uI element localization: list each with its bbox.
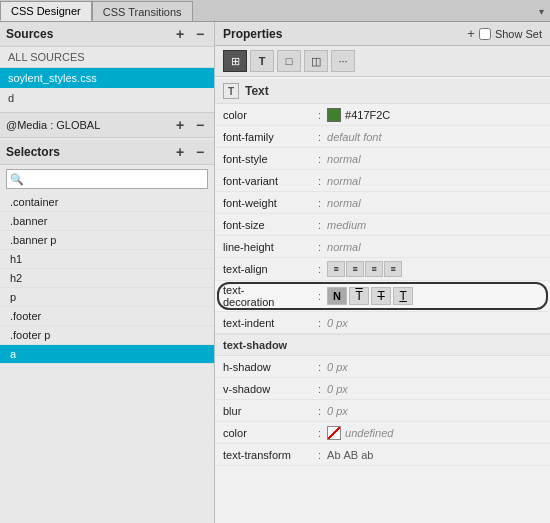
prop-type-icons: ⊞ T □ ◫ ··· <box>215 46 550 77</box>
prop-row-font-variant: font-variant : normal <box>215 170 550 192</box>
selectors-actions: + − <box>172 144 208 160</box>
selector-item-container[interactable]: .container <box>0 193 214 212</box>
text-decoration-controls: N T T T <box>327 287 413 305</box>
prop-name-h-shadow: h-shadow <box>223 361 318 373</box>
sources-add-button[interactable]: + <box>172 26 188 42</box>
prop-icon-border[interactable]: □ <box>277 50 301 72</box>
selector-search-box: 🔍 <box>6 169 208 189</box>
prop-name-blur: blur <box>223 405 318 417</box>
deco-none-button[interactable]: N <box>327 287 347 305</box>
selector-item-banner[interactable]: .banner <box>0 212 214 231</box>
all-sources-item[interactable]: ALL SOURCES <box>0 47 214 68</box>
text-shadow-header: text-shadow <box>215 334 550 356</box>
main-layout: Sources + − ALL SOURCES soylent_styles.c… <box>0 22 550 523</box>
prop-name-text-align: text-align <box>223 263 318 275</box>
prop-row-color: color : #417F2C <box>215 104 550 126</box>
text-transform-controls: Ab AB ab <box>327 449 373 461</box>
align-right-button[interactable]: ≡ <box>365 261 383 277</box>
prop-row-v-shadow: v-shadow : 0 px <box>215 378 550 400</box>
deco-overline-button[interactable]: T <box>349 287 369 305</box>
sources-remove-button[interactable]: − <box>192 26 208 42</box>
prop-name-font-family: font-family <box>223 131 318 143</box>
prop-name-v-shadow: v-shadow <box>223 383 318 395</box>
align-center-button[interactable]: ≡ <box>346 261 364 277</box>
tab-bar: CSS Designer CSS Transitions ▾ <box>0 0 550 22</box>
prop-name-font-style: font-style <box>223 153 318 165</box>
prop-row-font-size: font-size : medium <box>215 214 550 236</box>
media-actions: + − <box>172 117 208 133</box>
color-undefined-control: undefined <box>327 426 393 440</box>
source-item-soylent[interactable]: soylent_styles.css <box>0 68 214 88</box>
show-set-checkbox[interactable] <box>479 28 491 40</box>
deco-linethrough-button[interactable]: T <box>371 287 391 305</box>
prop-name-font-weight: font-weight <box>223 197 318 209</box>
selector-item-banner-p[interactable]: .banner p <box>0 231 214 250</box>
align-justify-button[interactable]: ≡ <box>384 261 402 277</box>
prop-name-font-variant: font-variant <box>223 175 318 187</box>
properties-add-button[interactable]: + <box>467 26 475 41</box>
text-section-icon: T <box>223 83 239 99</box>
prop-row-font-weight: font-weight : normal <box>215 192 550 214</box>
source-item-d[interactable]: d <box>0 88 214 108</box>
props-content: T Text color : #417F2C font-family : def… <box>215 77 550 523</box>
sources-actions: + − <box>172 26 208 42</box>
prop-value-h-shadow: 0 px <box>327 361 348 373</box>
selector-item-footer-p[interactable]: .footer p <box>0 326 214 345</box>
prop-row-line-height: line-height : normal <box>215 236 550 258</box>
properties-header: Properties + Show Set <box>215 22 550 46</box>
prop-row-text-decoration: text-decoration : N T T T <box>215 281 550 312</box>
selectors-remove-button[interactable]: − <box>192 144 208 160</box>
collapse-button[interactable]: ▾ <box>533 1 550 21</box>
prop-row-font-family: font-family : default font <box>215 126 550 148</box>
left-panel: Sources + − ALL SOURCES soylent_styles.c… <box>0 22 215 523</box>
color-swatch-main[interactable] <box>327 108 341 122</box>
tab-css-designer[interactable]: CSS Designer <box>0 1 92 21</box>
search-icon: 🔍 <box>10 173 24 186</box>
media-remove-button[interactable]: − <box>192 117 208 133</box>
show-set-label: Show Set <box>495 28 542 40</box>
prop-value-font-weight: normal <box>327 197 361 209</box>
prop-icon-more[interactable]: ··· <box>331 50 355 72</box>
prop-value-font-style: normal <box>327 153 361 165</box>
text-section-title: T Text <box>215 79 550 104</box>
selectors-add-button[interactable]: + <box>172 144 188 160</box>
prop-value-font-variant: normal <box>327 175 361 187</box>
tab-css-transitions[interactable]: CSS Transitions <box>92 1 193 21</box>
media-title: @Media : GLOBAL <box>6 119 172 131</box>
selector-item-footer[interactable]: .footer <box>0 307 214 326</box>
transform-titlecase-button[interactable]: Ab <box>327 449 340 461</box>
prop-row-text-align: text-align : ≡ ≡ ≡ ≡ <box>215 258 550 281</box>
color-slash-icon[interactable] <box>327 426 341 440</box>
sources-header: Sources + − <box>0 22 214 47</box>
selector-item-a[interactable]: a <box>0 345 214 364</box>
text-align-controls: ≡ ≡ ≡ ≡ <box>327 261 402 277</box>
prop-name-font-size: font-size <box>223 219 318 231</box>
prop-name-text-indent: text-indent <box>223 317 318 329</box>
prop-row-h-shadow: h-shadow : 0 px <box>215 356 550 378</box>
media-add-button[interactable]: + <box>172 117 188 133</box>
prop-icon-background[interactable]: ◫ <box>304 50 328 72</box>
transform-uppercase-button[interactable]: AB <box>344 449 359 461</box>
prop-name-shadow-color: color <box>223 427 318 439</box>
selector-item-p[interactable]: p <box>0 288 214 307</box>
deco-underline-button[interactable]: T <box>393 287 413 305</box>
align-left-button[interactable]: ≡ <box>327 261 345 277</box>
selector-search-input[interactable] <box>6 169 208 189</box>
right-panel: Properties + Show Set ⊞ T □ ◫ ··· T Text <box>215 22 550 523</box>
prop-row-text-transform: text-transform : Ab AB ab <box>215 444 550 466</box>
media-header: @Media : GLOBAL + − <box>0 112 214 138</box>
prop-name-text-transform: text-transform <box>223 449 318 461</box>
properties-title: Properties <box>223 27 467 41</box>
selectors-title: Selectors <box>6 145 172 159</box>
prop-value-v-shadow: 0 px <box>327 383 348 395</box>
selector-list: .container .banner .banner p h1 h2 p .fo… <box>0 193 214 523</box>
transform-lowercase-button[interactable]: ab <box>361 449 373 461</box>
selector-item-h1[interactable]: h1 <box>0 250 214 269</box>
prop-value-shadow-color: undefined <box>345 427 393 439</box>
prop-value-blur: 0 px <box>327 405 348 417</box>
prop-icon-text[interactable]: T <box>250 50 274 72</box>
prop-icon-layout[interactable]: ⊞ <box>223 50 247 72</box>
prop-row-shadow-color: color : undefined <box>215 422 550 444</box>
prop-name-color: color <box>223 109 318 121</box>
selector-item-h2[interactable]: h2 <box>0 269 214 288</box>
